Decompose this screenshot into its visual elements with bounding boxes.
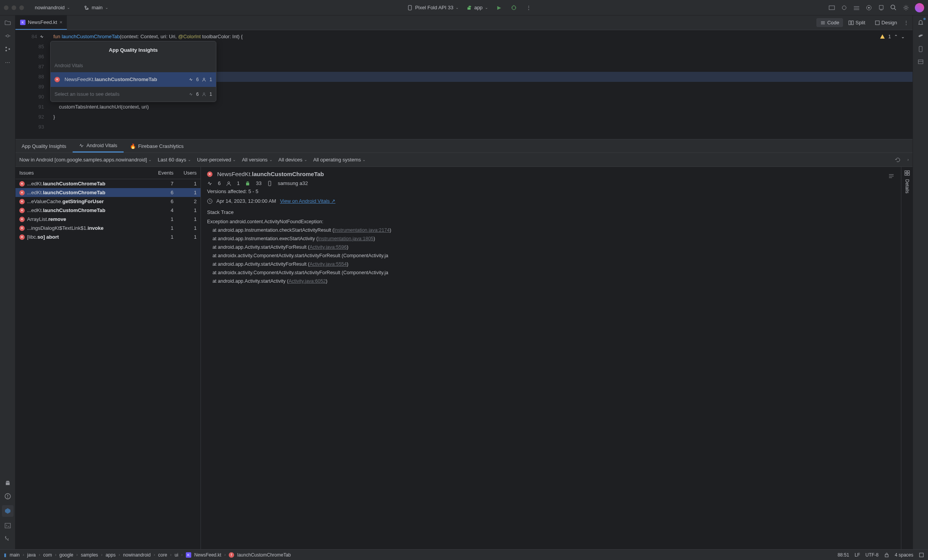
refresh-icon[interactable] [894, 156, 901, 163]
stack-link[interactable]: Activity.java:6052 [289, 278, 326, 284]
popup-issue-item[interactable]: ✕ NewsFeedKt.launchCustomChromeTab 6 1 [51, 72, 216, 87]
app-quality-insights-tool-icon[interactable] [2, 505, 14, 517]
chevron-down-icon: ⌄ [485, 5, 488, 10]
stack-link[interactable]: Instrumentation.java:2174 [334, 227, 390, 233]
issue-row[interactable]: ✕...edKt.launchCustomChromeTab71 [15, 179, 201, 188]
code-view-button[interactable]: Code [816, 18, 843, 27]
col-users[interactable]: Users [173, 170, 197, 176]
notifications-icon[interactable] [916, 19, 925, 27]
devices-filter[interactable]: All devices⌄ [279, 157, 307, 163]
more-tool-icon[interactable]: ⋯ [3, 58, 12, 66]
device-icon [267, 181, 272, 186]
minimize-window[interactable] [12, 5, 16, 10]
issue-row[interactable]: ✕...ingsDialogKt$TextLink$1.invoke11 [15, 224, 201, 232]
encoding[interactable]: UTF-8 [865, 552, 879, 558]
crumb[interactable]: com [43, 552, 52, 558]
crumb[interactable]: main [10, 552, 20, 558]
issue-row[interactable]: ✕[libc.so] abort11 [15, 232, 201, 241]
warnings-indicator[interactable]: 1 ⌃ ⌄ [880, 32, 905, 42]
crumb[interactable]: samples [81, 552, 98, 558]
time-filter[interactable]: Last 60 days⌄ [158, 157, 191, 163]
run-config-selector[interactable]: app ⌄ [466, 4, 488, 11]
indent-settings[interactable]: 4 spaces [895, 552, 913, 558]
error-icon: ✕ [19, 181, 25, 187]
details-sidebar[interactable]: Details [901, 167, 913, 549]
gutter: 84 85 86 87 88 89 90 91 92 93 [15, 30, 50, 139]
design-view-button[interactable]: Design [871, 18, 901, 27]
detail-options-icon[interactable] [888, 172, 895, 179]
user-avatar[interactable] [915, 3, 924, 12]
issue-row[interactable]: ✕ArrayList.remove11 [15, 215, 201, 224]
crumb[interactable]: core [158, 552, 167, 558]
device-selector[interactable]: Pixel Fold API 33 ⌄ [407, 4, 459, 11]
commit-tool-icon[interactable] [3, 32, 12, 40]
view-on-vitals-link[interactable]: View on Android Vitals ↗ [280, 198, 336, 204]
stack-link[interactable]: Activity.java:5596 [309, 244, 347, 250]
versions-filter[interactable]: All versions⌄ [242, 157, 272, 163]
crumb[interactable]: apps [105, 552, 116, 558]
crumb[interactable]: NewsFeed.kt [194, 552, 221, 558]
expand-icon[interactable]: › [908, 158, 909, 162]
chevron-down-icon: ⌄ [105, 5, 108, 10]
readonly-icon[interactable] [884, 552, 889, 558]
problems-icon[interactable] [3, 492, 12, 501]
gradle-icon[interactable] [916, 32, 925, 40]
split-view-button[interactable]: Split [845, 18, 869, 27]
vitals-gutter-icon[interactable] [39, 34, 44, 39]
code-editor[interactable]: 84 85 86 87 88 89 90 91 92 93 1 ⌃ ⌄ fun … [15, 30, 913, 139]
col-issues[interactable]: Issues [19, 170, 146, 176]
app-filter[interactable]: Now in Android [com.google.samples.apps.… [19, 157, 151, 163]
stack-link[interactable]: Instrumentation.java:1805 [318, 236, 374, 241]
sync-icon[interactable] [841, 4, 848, 11]
prev-highlight-icon[interactable]: ⌃ [894, 32, 898, 42]
svg-point-13 [905, 7, 907, 9]
commit-icon[interactable] [853, 4, 860, 11]
crumb[interactable]: launchCustomChromeTab [237, 552, 291, 558]
issue-row[interactable]: ✕...edKt.launchCustomChromeTab41 [15, 206, 201, 215]
issue-row[interactable]: ✕...eValueCache.getStringForUser62 [15, 197, 201, 206]
terminal-tool-icon[interactable] [3, 521, 12, 530]
status-icon[interactable] [919, 552, 924, 558]
perceived-filter[interactable]: User-perceived⌄ [197, 157, 236, 163]
run-button[interactable]: ▶ [496, 4, 503, 11]
col-events[interactable]: Events [146, 170, 173, 176]
error-icon: ✕ [19, 190, 25, 195]
tab-crashlytics[interactable]: 🔥 Firebase Crashlytics [124, 139, 190, 153]
stack-link[interactable]: Activity.java:5554 [309, 261, 347, 267]
emulator-icon[interactable] [916, 45, 925, 53]
stack-trace[interactable]: Exception android.content.ActivityNotFou… [207, 217, 895, 285]
maximize-window[interactable] [19, 5, 24, 10]
svg-point-11 [891, 5, 895, 9]
chevron-down-icon: ⌄ [67, 5, 70, 10]
profiler-icon[interactable] [865, 4, 872, 11]
line-separator[interactable]: LF [855, 552, 860, 558]
os-filter[interactable]: All operating systems⌄ [313, 157, 366, 163]
tab-options-icon[interactable]: ⋮ [903, 19, 909, 26]
close-tab-icon[interactable]: × [59, 19, 63, 25]
project-tool-icon[interactable] [3, 19, 12, 27]
search-icon[interactable] [890, 4, 897, 11]
crumb[interactable]: java [27, 552, 36, 558]
crumb[interactable]: ui [175, 552, 178, 558]
file-tab-newsfeed[interactable]: K NewsFeed.kt × [15, 15, 67, 30]
tab-android-vitals[interactable]: Android Vitals [73, 139, 124, 153]
settings-icon[interactable] [903, 4, 909, 11]
more-actions-button[interactable]: ⋮ [525, 4, 532, 11]
crumb[interactable]: google [59, 552, 73, 558]
crumb[interactable]: nowinandroid [123, 552, 151, 558]
version-control-tool-icon[interactable] [3, 535, 12, 543]
branch-selector[interactable]: main ⌄ [81, 3, 111, 12]
device-explorer-icon[interactable] [916, 58, 925, 66]
structure-tool-icon[interactable] [3, 45, 12, 53]
project-selector[interactable]: nowinandroid ⌄ [32, 3, 73, 12]
svg-rect-28 [852, 21, 853, 25]
close-window[interactable] [4, 5, 8, 10]
device-manager-icon[interactable] [878, 4, 885, 11]
debug-button[interactable] [510, 4, 517, 11]
issue-row[interactable]: ✕...edKt.launchCustomChromeTab61 [15, 188, 201, 197]
cursor-position[interactable]: 88:51 [838, 552, 849, 558]
tab-app-quality[interactable]: App Quality Insights [15, 139, 73, 153]
logcat-icon[interactable] [3, 479, 12, 487]
next-highlight-icon[interactable]: ⌄ [901, 32, 905, 42]
code-with-me-icon[interactable] [828, 4, 835, 11]
